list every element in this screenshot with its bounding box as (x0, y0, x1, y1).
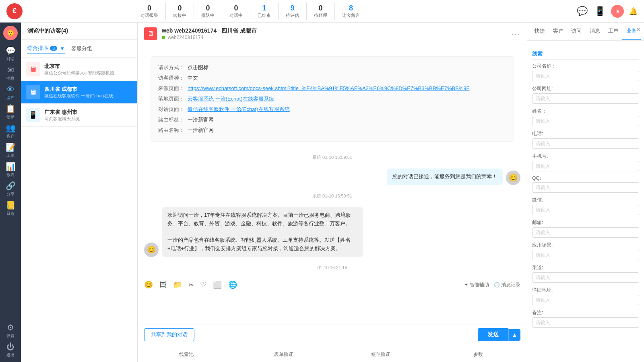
chat-header: 🖥 web web2240916174 四川省 成都市 web224091617… (138, 23, 527, 45)
sidebar-item-log[interactable]: 📒 日志 (2, 200, 19, 217)
logo[interactable]: € (6, 3, 23, 19)
smart-assist-btn[interactable]: ✦ 智能辅助 (464, 282, 489, 288)
sidebar-avatar[interactable]: 🙂 (3, 26, 18, 40)
user-avatar[interactable]: Ie (611, 5, 624, 18)
visitor-panel-title: 浏览中的访客(4) (21, 23, 137, 40)
more-options-button[interactable]: ··· (511, 29, 520, 38)
send-button[interactable]: 发送 (478, 328, 508, 341)
right-panel: ✕ 快捷客户访问消息工单业务 线索 公司名称： 公司网址: 姓名： 电话: 手机… (527, 23, 644, 362)
info-value: 一洽新官网 (188, 125, 214, 136)
field-input[interactable] (532, 138, 639, 149)
chat-location: 四川省 成都市 (221, 27, 257, 34)
close-panel-button[interactable]: ✕ (636, 26, 641, 33)
share-dialog-button[interactable]: 共享到我的对话 (144, 328, 194, 341)
dropdown-icon[interactable]: ▼ (60, 45, 65, 51)
chat-area: 🖥 web web2240916174 四川省 成都市 web224091617… (138, 23, 527, 362)
stat-item-转接中[interactable]: 0转接中 (166, 2, 194, 20)
stat-item-访客留言[interactable]: 8访客留言 (335, 2, 367, 20)
stat-item-对话报警[interactable]: 0对话报警 (133, 2, 166, 20)
visitor-item[interactable]: 📱 广东省 惠州市 网页客服聊天系统 (21, 104, 137, 127)
sidebar-item-dialog[interactable]: 💬 对话 (2, 45, 19, 63)
field-label: 手机号: (532, 153, 639, 160)
sidebar-item-workorder[interactable]: 📝 工单 (2, 142, 19, 159)
sidebar-label-monitor: 监控 (6, 95, 14, 101)
sidebar-item-share[interactable]: 🔗 分享 (2, 180, 19, 198)
visitor-icon: 📱 (26, 108, 40, 122)
info-link[interactable]: 云客服系统 一洽(Echat)在线客服系统 (188, 94, 274, 104)
send-dropdown-button[interactable]: ▲ (508, 329, 520, 341)
visitor-item[interactable]: 🖥 北京市 微信公众号如何接入ai智能客服机器... (21, 58, 137, 81)
favorite-icon[interactable]: ♡ (200, 280, 206, 289)
field-input[interactable] (532, 250, 639, 260)
field-input[interactable] (532, 205, 639, 215)
right-tab-消息[interactable]: 消息 (586, 23, 604, 40)
bottom-tab-params[interactable]: 参数 (429, 346, 527, 362)
share-icon: 🔗 (6, 181, 16, 191)
messages-area[interactable]: 请求方式：点击图标访客语种：中文来源页面：https://www.echatso… (138, 45, 527, 277)
field-label: 详细地址: (532, 287, 639, 294)
stat-item-待处理[interactable]: 0待处理 (307, 2, 335, 20)
info-link[interactable]: https://www.echatsoft.com/docs-seek.shtm… (188, 83, 470, 94)
field-input[interactable] (532, 317, 639, 328)
sidebar-item-settings[interactable]: ⚙ 设置 (2, 322, 19, 339)
info-label: 对话页面： (158, 104, 184, 115)
sidebar-item-message[interactable]: ✉ 消息 (2, 64, 19, 82)
sidebar-label-report: 报表 (6, 172, 14, 178)
sidebar-item-records[interactable]: 📋 记录 (2, 103, 19, 121)
info-link[interactable]: 微信在线客服软件 一洽(Echat)在线客服系统 (188, 104, 290, 115)
visitor-info: 四川省 成都市 微信在线客服软件 一洽(Echat)在线... (44, 86, 132, 99)
sidebar-item-logout[interactable]: ⏻ 退出 (2, 341, 19, 359)
field-input[interactable] (532, 182, 639, 193)
sidebar-item-monitor[interactable]: 👁 监控 (2, 84, 19, 101)
msg-record-btn[interactable]: 🕐 消息记录 (494, 282, 520, 288)
sidebar-label-share: 分享 (6, 191, 14, 197)
input-toolbar: 😊 🖼 📁 ✂ ♡ ⬜ 🌐 ✦ 智能辅助 🕐 消息记录 (138, 277, 527, 292)
translate-icon[interactable]: 🌐 (228, 280, 237, 289)
right-tab-快捷[interactable]: 快捷 (530, 23, 549, 40)
stat-item-待评估[interactable]: 9待评估 (279, 2, 307, 20)
right-tab-工单[interactable]: 工单 (604, 23, 623, 40)
field-row: QQ: (532, 175, 639, 193)
bottom-tab-sms[interactable]: 短信验证 (332, 346, 430, 362)
bottom-tab-form[interactable]: 表单验证 (235, 346, 332, 362)
stat-item-已结束[interactable]: 1已结束 (250, 2, 279, 20)
emoji-icon[interactable]: 😊 (144, 280, 153, 289)
scissors-icon[interactable]: ✂ (188, 281, 194, 289)
field-input[interactable] (532, 272, 639, 283)
field-row: 详细地址: (532, 287, 639, 305)
comprehensive-badge: 3 (50, 46, 57, 51)
field-input[interactable] (532, 116, 639, 126)
field-input[interactable] (532, 93, 639, 104)
info-label: 来源页面： (158, 83, 184, 94)
sidebar-item-report[interactable]: 📊 报表 (2, 161, 19, 179)
sidebar-item-customers[interactable]: 👥 客户 (2, 122, 19, 140)
wechat2-icon[interactable]: 📱 (593, 5, 606, 18)
visitor-sub: 微信公众号如何接入ai智能客服机器... (44, 70, 132, 76)
tab-comprehensive[interactable]: 综合排序 3 ▼ (27, 43, 65, 54)
field-input[interactable] (532, 227, 639, 238)
info-value: 一洽新官网 (188, 115, 214, 125)
info-label: 落地页面： (158, 94, 184, 104)
field-row: 微信: (532, 197, 639, 215)
field-row: 姓名： (532, 108, 639, 126)
stat-item-排队中[interactable]: 0排队中 (194, 2, 222, 20)
message-row: 😊欢迎访问一洽，17年专注在线客服系统解决方案。目前一洽已服务电商、跨境服务、平… (144, 207, 520, 257)
right-tab-访问[interactable]: 访问 (567, 23, 586, 40)
chat-sub-id: web2240916174 (162, 35, 506, 40)
tab-group[interactable]: 客服分组 (71, 43, 92, 54)
field-label: 备注: (532, 309, 639, 316)
visitor-item[interactable]: 🖥 四川省 成都市 微信在线客服软件 一洽(Echat)在线... (21, 81, 137, 104)
stat-num: 9 (290, 4, 294, 12)
stat-item-对话中[interactable]: 0对话中 (222, 2, 250, 20)
message-input[interactable] (138, 292, 527, 325)
wechat-icon[interactable]: 💬 (576, 5, 588, 18)
bell-icon[interactable]: 🔔 (629, 7, 638, 16)
right-tab-客户[interactable]: 客户 (549, 23, 568, 40)
field-input[interactable] (532, 295, 639, 305)
field-input[interactable] (532, 71, 639, 81)
file-icon[interactable]: 📁 (173, 280, 182, 289)
template-icon[interactable]: ⬜ (213, 280, 222, 289)
field-input[interactable] (532, 161, 639, 171)
bottom-tab-xiansuo[interactable]: 线索池 (138, 346, 235, 362)
image-icon[interactable]: 🖼 (159, 281, 167, 289)
